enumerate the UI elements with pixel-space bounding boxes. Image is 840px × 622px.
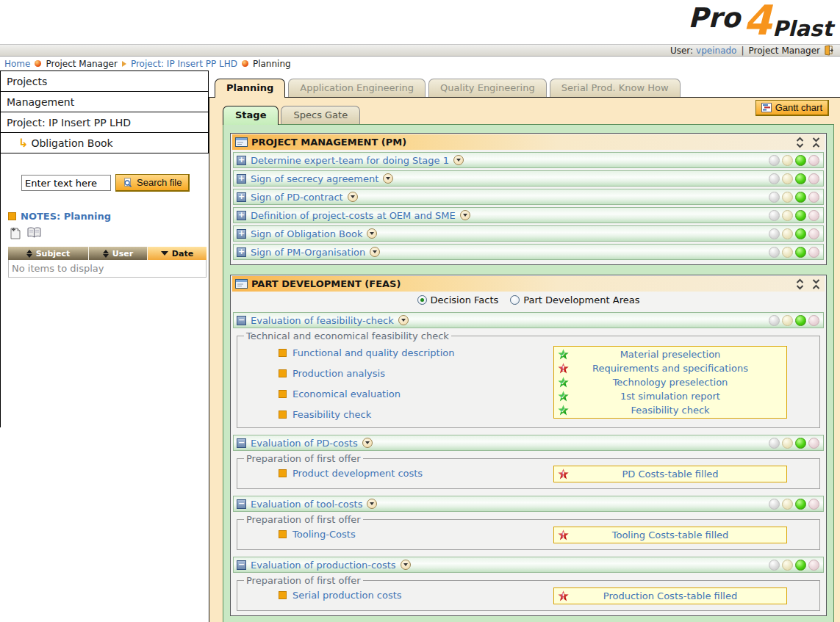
collapse-minus-icon[interactable]: − bbox=[237, 499, 246, 509]
decision-fact[interactable]: PD Costs-table filled bbox=[556, 467, 785, 481]
expand-plus-icon[interactable]: + bbox=[237, 247, 246, 257]
notes-bullet-icon bbox=[8, 212, 16, 220]
fieldset-legend: Preparation of first offer bbox=[244, 575, 363, 586]
task-row: + Sign of PM-Organisation bbox=[233, 244, 824, 260]
collapse-all-icon[interactable] bbox=[811, 278, 821, 290]
task-link[interactable]: Sign of Obligation Book bbox=[251, 228, 362, 239]
tab-planning[interactable]: Planning bbox=[215, 79, 285, 98]
sidebar-item-projects[interactable]: Projects bbox=[1, 70, 209, 92]
dropdown-icon[interactable] bbox=[370, 247, 380, 257]
radio-part-development-areas[interactable]: Part Development Areas bbox=[510, 294, 639, 305]
expand-plus-icon[interactable]: + bbox=[237, 156, 246, 165]
check-item[interactable]: Feasibility check bbox=[279, 409, 553, 420]
status-light-grey bbox=[769, 560, 780, 571]
task-link[interactable]: Definition of project-costs at OEM and S… bbox=[251, 210, 456, 221]
status-light-red bbox=[808, 247, 819, 258]
status-lights bbox=[769, 315, 819, 326]
status-lights bbox=[769, 560, 819, 571]
logout-door-icon[interactable] bbox=[823, 45, 834, 56]
logo-pro: Pro bbox=[688, 4, 740, 32]
check-item[interactable]: Product development costs bbox=[279, 468, 553, 479]
dropdown-icon[interactable] bbox=[367, 499, 377, 509]
task-link[interactable]: Evaluation of PD-costs bbox=[251, 438, 358, 449]
orange-bullet-icon bbox=[279, 369, 287, 377]
decision-fact[interactable]: Material preselection bbox=[556, 347, 785, 361]
task-link[interactable]: Sign of PM-Organisation bbox=[251, 247, 365, 258]
collapse-minus-icon[interactable]: − bbox=[237, 438, 246, 448]
collapse-all-icon[interactable] bbox=[811, 137, 821, 148]
check-item[interactable]: Tooling-Costs bbox=[279, 529, 553, 540]
notes-empty-row: No items to display bbox=[8, 260, 207, 278]
tab-serial-prod-know-how[interactable]: Serial Prod. Know How bbox=[550, 79, 681, 97]
notes-column-subject[interactable]: Subject bbox=[8, 247, 89, 260]
breadcrumb-project-link[interactable]: Project: IP Insert PP LHD bbox=[131, 59, 237, 69]
status-light-green-active bbox=[795, 228, 806, 239]
task-row: + Sign of secrecy agreement bbox=[233, 170, 824, 187]
breadcrumb-home-link[interactable]: Home bbox=[4, 59, 30, 69]
notes-column-user[interactable]: User bbox=[89, 247, 148, 260]
sidebar-item-management[interactable]: Management bbox=[1, 91, 209, 112]
decision-fact[interactable]: Tooling Costs-table filled bbox=[556, 528, 785, 542]
task-row: + Definition of project-costs at OEM and… bbox=[233, 207, 824, 223]
task-row-expanded: − Evaluation of PD-costs bbox=[233, 435, 824, 451]
decision-fact[interactable]: Feasibility check bbox=[556, 403, 785, 417]
breadcrumb-bullet-icon bbox=[35, 60, 41, 67]
sidebar-item-project[interactable]: Project: IP Insert PP LHD bbox=[1, 112, 209, 133]
task-link[interactable]: Determine expert-team for doing Stage 1 bbox=[251, 155, 449, 166]
task-link[interactable]: Evaluation of production-costs bbox=[251, 560, 396, 571]
task-link[interactable]: Evaluation of tool-costs bbox=[251, 499, 362, 510]
check-item-label: Feasibility check bbox=[292, 409, 371, 420]
decision-fact[interactable]: Production Costs-table filled bbox=[556, 589, 785, 603]
fieldset-legend: Preparation of first offer bbox=[244, 453, 363, 464]
check-item[interactable]: Production analysis bbox=[279, 368, 553, 379]
dropdown-icon[interactable] bbox=[367, 228, 377, 239]
tab-quality-engineering[interactable]: Quality Engineering bbox=[428, 79, 547, 97]
check-item-label: Economical evaluation bbox=[292, 388, 401, 399]
sidebar-item-label: Projects bbox=[7, 76, 47, 87]
subtab-stage[interactable]: Stage bbox=[223, 106, 279, 125]
task-link[interactable]: Evaluation of feasibility-check bbox=[251, 315, 394, 326]
tab-application-engineering[interactable]: Application Engineering bbox=[288, 79, 426, 97]
app-header: Pro 4 Plast bbox=[0, 0, 840, 44]
collapse-minus-icon[interactable]: − bbox=[237, 316, 246, 325]
check-item-label: Tooling-Costs bbox=[292, 529, 356, 540]
status-light-yellow bbox=[782, 499, 793, 510]
check-item[interactable]: Serial production costs bbox=[279, 590, 553, 601]
status-light-red bbox=[808, 173, 819, 184]
notes-column-date[interactable]: Date bbox=[148, 247, 207, 260]
collapse-minus-icon[interactable]: − bbox=[237, 560, 246, 570]
check-item[interactable]: Economical evaluation bbox=[279, 388, 553, 399]
search-input[interactable] bbox=[21, 175, 111, 191]
add-note-icon[interactable] bbox=[8, 226, 22, 242]
dropdown-icon[interactable] bbox=[348, 192, 358, 202]
open-book-icon[interactable] bbox=[26, 226, 42, 242]
dropdown-icon[interactable] bbox=[383, 173, 393, 184]
status-light-green-active bbox=[795, 192, 806, 203]
radio-decision-facts[interactable]: Decision Facts bbox=[417, 294, 499, 305]
dropdown-icon[interactable] bbox=[398, 315, 409, 325]
expand-plus-icon[interactable]: + bbox=[237, 211, 246, 220]
decision-fact[interactable]: Technology preselection bbox=[556, 375, 785, 389]
dropdown-icon[interactable] bbox=[460, 210, 470, 220]
sidebar-item-obligation-book[interactable]: ↳ Obligation Book bbox=[1, 132, 209, 153]
expand-plus-icon[interactable]: + bbox=[237, 174, 246, 184]
expand-all-icon[interactable] bbox=[795, 278, 805, 290]
task-link[interactable]: Sign of secrecy agreement bbox=[251, 173, 378, 184]
search-file-button[interactable]: Search file bbox=[115, 174, 190, 192]
dropdown-icon[interactable] bbox=[362, 438, 373, 448]
decision-fact[interactable]: Requirements and specifications bbox=[556, 361, 785, 375]
subtab-specs-gate[interactable]: Specs Gate bbox=[281, 106, 360, 124]
dropdown-icon[interactable] bbox=[401, 560, 411, 570]
dropdown-icon[interactable] bbox=[453, 155, 464, 165]
expand-plus-icon[interactable]: + bbox=[237, 229, 246, 239]
decision-fact[interactable]: 1st simulation report bbox=[556, 389, 785, 403]
sidebar: Projects Management Project: IP Insert P… bbox=[0, 70, 209, 427]
status-light-yellow bbox=[782, 155, 793, 166]
expand-all-icon[interactable] bbox=[795, 137, 805, 148]
check-item[interactable]: Functional and quality description bbox=[279, 347, 553, 358]
decision-fact-label: 1st simulation report bbox=[620, 391, 720, 402]
status-light-red bbox=[808, 560, 819, 571]
logo-four: 4 bbox=[743, 0, 772, 41]
expand-plus-icon[interactable]: + bbox=[237, 192, 246, 202]
task-link[interactable]: Sign of PD-contract bbox=[251, 192, 343, 203]
